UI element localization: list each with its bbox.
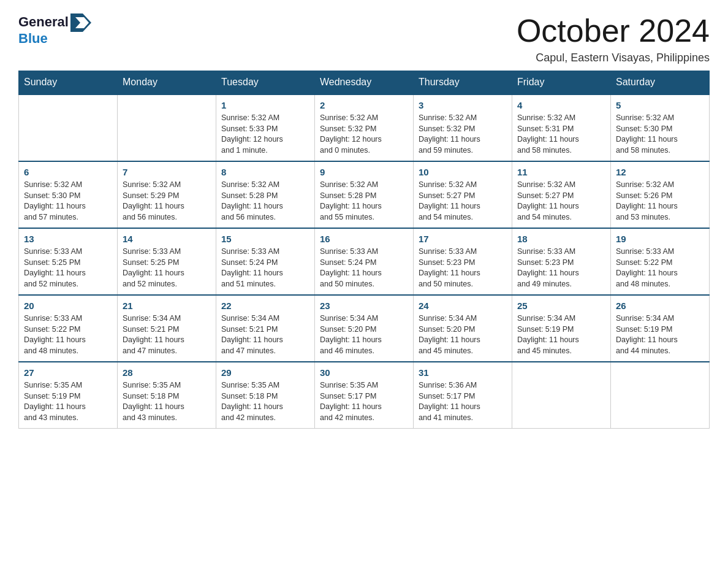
day-number: 10 — [419, 167, 507, 177]
month-title: October 2024 — [517, 12, 710, 49]
day-info: Sunrise: 5:32 AM Sunset: 5:27 PM Dayligh… — [517, 180, 605, 223]
day-info: Sunrise: 5:33 AM Sunset: 5:25 PM Dayligh… — [24, 247, 112, 289]
calendar-cell: 15Sunrise: 5:33 AM Sunset: 5:24 PM Dayli… — [216, 228, 315, 295]
calendar-cell: 6Sunrise: 5:32 AM Sunset: 5:30 PM Daylig… — [19, 161, 118, 228]
day-info: Sunrise: 5:32 AM Sunset: 5:31 PM Dayligh… — [517, 113, 605, 156]
calendar-cell: 30Sunrise: 5:35 AM Sunset: 5:17 PM Dayli… — [315, 362, 414, 429]
calendar-cell: 9Sunrise: 5:32 AM Sunset: 5:28 PM Daylig… — [315, 161, 414, 228]
calendar-week-row: 27Sunrise: 5:35 AM Sunset: 5:19 PM Dayli… — [19, 362, 710, 429]
logo: General Blue — [18, 12, 91, 47]
column-header-wednesday: Wednesday — [315, 71, 414, 94]
calendar-cell — [19, 94, 118, 161]
logo-arrow-icon — [70, 13, 91, 32]
day-number: 13 — [24, 234, 112, 244]
day-number: 17 — [419, 234, 507, 244]
day-number: 19 — [616, 234, 704, 244]
day-number: 9 — [320, 167, 408, 177]
calendar-cell: 27Sunrise: 5:35 AM Sunset: 5:19 PM Dayli… — [19, 362, 118, 429]
calendar-cell: 23Sunrise: 5:34 AM Sunset: 5:20 PM Dayli… — [315, 295, 414, 362]
calendar-cell: 13Sunrise: 5:33 AM Sunset: 5:25 PM Dayli… — [19, 228, 118, 295]
calendar-week-row: 20Sunrise: 5:33 AM Sunset: 5:22 PM Dayli… — [19, 295, 710, 362]
day-number: 14 — [123, 234, 211, 244]
day-number: 21 — [123, 301, 211, 311]
day-info: Sunrise: 5:32 AM Sunset: 5:33 PM Dayligh… — [221, 113, 309, 156]
day-number: 29 — [221, 367, 309, 378]
calendar-cell: 28Sunrise: 5:35 AM Sunset: 5:18 PM Dayli… — [118, 362, 216, 429]
day-number: 3 — [419, 100, 507, 110]
day-number: 23 — [320, 301, 408, 311]
calendar-cell: 18Sunrise: 5:33 AM Sunset: 5:23 PM Dayli… — [512, 228, 611, 295]
calendar-cell: 16Sunrise: 5:33 AM Sunset: 5:24 PM Dayli… — [315, 228, 414, 295]
day-number: 2 — [320, 100, 408, 110]
calendar-week-row: 13Sunrise: 5:33 AM Sunset: 5:25 PM Dayli… — [19, 228, 710, 295]
calendar-cell: 2Sunrise: 5:32 AM Sunset: 5:32 PM Daylig… — [315, 94, 414, 161]
calendar-cell — [118, 94, 216, 161]
calendar-cell: 20Sunrise: 5:33 AM Sunset: 5:22 PM Dayli… — [19, 295, 118, 362]
day-info: Sunrise: 5:34 AM Sunset: 5:21 PM Dayligh… — [221, 313, 309, 356]
calendar-cell: 19Sunrise: 5:33 AM Sunset: 5:22 PM Dayli… — [611, 228, 710, 295]
day-info: Sunrise: 5:33 AM Sunset: 5:25 PM Dayligh… — [123, 247, 211, 289]
location-text: Capul, Eastern Visayas, Philippines — [517, 52, 710, 64]
day-number: 8 — [221, 167, 309, 177]
column-header-monday: Monday — [118, 71, 216, 94]
calendar-week-row: 1Sunrise: 5:32 AM Sunset: 5:33 PM Daylig… — [19, 94, 710, 161]
calendar-cell: 8Sunrise: 5:32 AM Sunset: 5:28 PM Daylig… — [216, 161, 315, 228]
calendar-header-row: SundayMondayTuesdayWednesdayThursdayFrid… — [19, 71, 710, 94]
title-section: October 2024 Capul, Eastern Visayas, Phi… — [517, 12, 710, 64]
day-number: 25 — [517, 301, 605, 311]
day-number: 22 — [221, 301, 309, 311]
calendar-cell: 5Sunrise: 5:32 AM Sunset: 5:30 PM Daylig… — [611, 94, 710, 161]
day-info: Sunrise: 5:32 AM Sunset: 5:30 PM Dayligh… — [24, 180, 112, 223]
day-number: 12 — [616, 167, 704, 177]
day-number: 26 — [616, 301, 704, 311]
day-number: 4 — [517, 100, 605, 110]
day-info: Sunrise: 5:33 AM Sunset: 5:24 PM Dayligh… — [320, 247, 408, 289]
day-info: Sunrise: 5:35 AM Sunset: 5:17 PM Dayligh… — [320, 380, 408, 423]
day-number: 15 — [221, 234, 309, 244]
day-info: Sunrise: 5:32 AM Sunset: 5:32 PM Dayligh… — [419, 113, 507, 156]
day-info: Sunrise: 5:34 AM Sunset: 5:19 PM Dayligh… — [517, 313, 605, 356]
day-number: 11 — [517, 167, 605, 177]
day-info: Sunrise: 5:34 AM Sunset: 5:20 PM Dayligh… — [419, 313, 507, 356]
day-info: Sunrise: 5:35 AM Sunset: 5:18 PM Dayligh… — [221, 380, 309, 423]
calendar-cell: 14Sunrise: 5:33 AM Sunset: 5:25 PM Dayli… — [118, 228, 216, 295]
logo-blue-text: Blue — [18, 31, 48, 47]
day-info: Sunrise: 5:32 AM Sunset: 5:28 PM Dayligh… — [320, 180, 408, 223]
day-info: Sunrise: 5:35 AM Sunset: 5:19 PM Dayligh… — [24, 380, 112, 423]
column-header-saturday: Saturday — [611, 71, 710, 94]
calendar-cell: 11Sunrise: 5:32 AM Sunset: 5:27 PM Dayli… — [512, 161, 611, 228]
day-info: Sunrise: 5:33 AM Sunset: 5:22 PM Dayligh… — [24, 313, 112, 356]
day-number: 20 — [24, 301, 112, 311]
calendar-cell: 3Sunrise: 5:32 AM Sunset: 5:32 PM Daylig… — [414, 94, 512, 161]
day-info: Sunrise: 5:32 AM Sunset: 5:29 PM Dayligh… — [123, 180, 211, 223]
calendar-cell — [512, 362, 611, 429]
calendar-cell: 10Sunrise: 5:32 AM Sunset: 5:27 PM Dayli… — [414, 161, 512, 228]
calendar-cell: 7Sunrise: 5:32 AM Sunset: 5:29 PM Daylig… — [118, 161, 216, 228]
calendar-cell: 17Sunrise: 5:33 AM Sunset: 5:23 PM Dayli… — [414, 228, 512, 295]
calendar-cell: 26Sunrise: 5:34 AM Sunset: 5:19 PM Dayli… — [611, 295, 710, 362]
calendar-cell: 21Sunrise: 5:34 AM Sunset: 5:21 PM Dayli… — [118, 295, 216, 362]
day-info: Sunrise: 5:32 AM Sunset: 5:27 PM Dayligh… — [419, 180, 507, 223]
day-info: Sunrise: 5:34 AM Sunset: 5:19 PM Dayligh… — [616, 313, 704, 356]
day-info: Sunrise: 5:35 AM Sunset: 5:18 PM Dayligh… — [123, 380, 211, 423]
day-number: 24 — [419, 301, 507, 311]
day-info: Sunrise: 5:33 AM Sunset: 5:23 PM Dayligh… — [517, 247, 605, 289]
day-number: 28 — [123, 367, 211, 378]
calendar-cell — [611, 362, 710, 429]
day-info: Sunrise: 5:32 AM Sunset: 5:26 PM Dayligh… — [616, 180, 704, 223]
day-info: Sunrise: 5:34 AM Sunset: 5:21 PM Dayligh… — [123, 313, 211, 356]
column-header-sunday: Sunday — [19, 71, 118, 94]
day-info: Sunrise: 5:33 AM Sunset: 5:24 PM Dayligh… — [221, 247, 309, 289]
day-number: 16 — [320, 234, 408, 244]
day-info: Sunrise: 5:33 AM Sunset: 5:22 PM Dayligh… — [616, 247, 704, 289]
day-number: 18 — [517, 234, 605, 244]
calendar-cell: 25Sunrise: 5:34 AM Sunset: 5:19 PM Dayli… — [512, 295, 611, 362]
calendar-cell: 12Sunrise: 5:32 AM Sunset: 5:26 PM Dayli… — [611, 161, 710, 228]
calendar-cell: 1Sunrise: 5:32 AM Sunset: 5:33 PM Daylig… — [216, 94, 315, 161]
day-info: Sunrise: 5:32 AM Sunset: 5:28 PM Dayligh… — [221, 180, 309, 223]
calendar-cell: 4Sunrise: 5:32 AM Sunset: 5:31 PM Daylig… — [512, 94, 611, 161]
day-info: Sunrise: 5:34 AM Sunset: 5:20 PM Dayligh… — [320, 313, 408, 356]
day-number: 7 — [123, 167, 211, 177]
day-info: Sunrise: 5:32 AM Sunset: 5:32 PM Dayligh… — [320, 113, 408, 156]
day-info: Sunrise: 5:36 AM Sunset: 5:17 PM Dayligh… — [419, 380, 507, 423]
